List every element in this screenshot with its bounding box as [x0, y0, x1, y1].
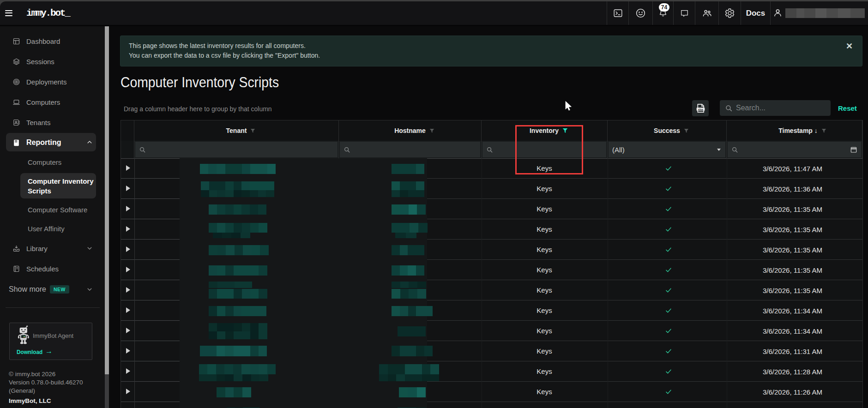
svg-text:xlsx: xlsx	[698, 108, 704, 111]
